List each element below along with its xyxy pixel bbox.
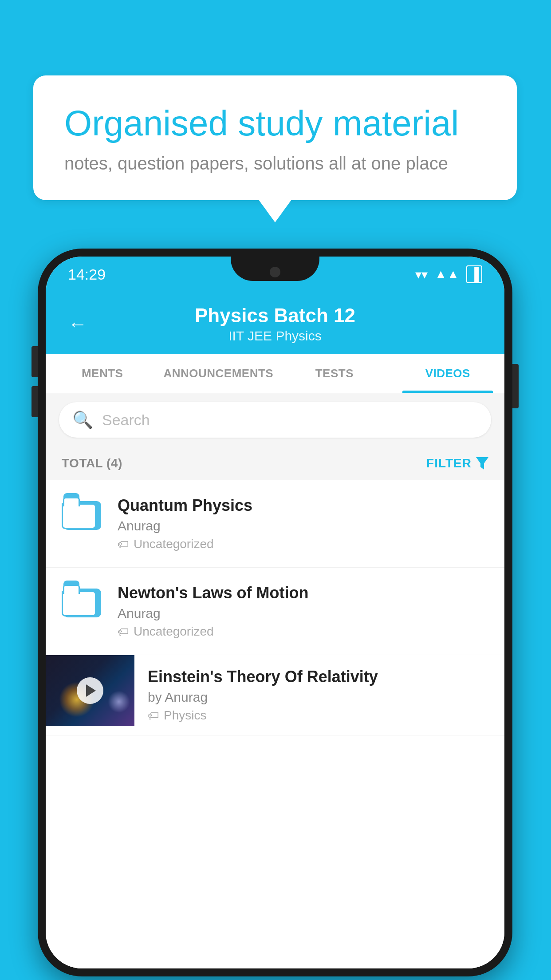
filter-button[interactable]: FILTER [426,456,488,470]
play-button[interactable] [77,677,103,704]
bubble-subtitle: notes, question papers, solutions all at… [64,154,486,174]
folder-icon-newton [62,585,102,625]
svg-marker-0 [476,457,488,470]
item-tag: 🏷 Uncategorized [118,624,488,639]
status-time: 14:29 [68,266,106,283]
filter-row: TOTAL (4) FILTER [46,447,504,480]
power-button [512,364,519,408]
battery-icon: ▐ [466,265,482,283]
volume-down-button [31,386,38,417]
back-button[interactable]: ← [68,313,87,335]
header-title-block: Physics Batch 12 IIT JEE Physics [105,304,445,344]
header-subtitle: IIT JEE Physics [105,328,445,344]
search-icon: 🔍 [72,410,93,430]
tab-videos[interactable]: VIDEOS [391,354,504,393]
list-item[interactable]: Newton's Laws of Motion Anurag 🏷 Uncateg… [46,568,504,655]
item-info-einstein: Einstein's Theory Of Relativity by Anura… [134,655,504,735]
glow-effect-2 [108,691,130,713]
list-item[interactable]: Quantum Physics Anurag 🏷 Uncategorized [46,480,504,568]
item-author: Anurag [118,518,488,533]
signal-icon: ▲▲ [435,267,459,281]
item-title: Quantum Physics [118,496,488,515]
item-tag: 🏷 Physics [148,708,491,723]
tab-bar: MENTS ANNOUNCEMENTS TESTS VIDEOS [46,354,504,393]
background: Organised study material notes, question… [0,0,551,980]
tag-icon: 🏷 [118,537,129,551]
search-container: 🔍 Search [46,393,504,447]
phone-screen: 14:29 ▾▾ ▲▲ ▐ ← Physics Batch 12 IIT JEE… [46,257,504,968]
search-placeholder: Search [102,411,150,429]
total-count: TOTAL (4) [62,456,122,470]
list-item[interactable]: Einstein's Theory Of Relativity by Anura… [46,655,504,735]
item-info-quantum: Quantum Physics Anurag 🏷 Uncategorized [118,496,488,551]
item-author: Anurag [118,606,488,621]
camera-notch [270,267,280,277]
tab-ments[interactable]: MENTS [46,354,159,393]
tab-tests[interactable]: TESTS [278,354,391,393]
play-triangle-icon [86,684,96,697]
status-bar: 14:29 ▾▾ ▲▲ ▐ [46,257,504,292]
search-bar[interactable]: 🔍 Search [59,402,491,438]
item-title: Einstein's Theory Of Relativity [148,668,491,686]
tab-announcements[interactable]: ANNOUNCEMENTS [159,354,278,393]
speech-bubble: Organised study material notes, question… [33,75,517,200]
video-list: Quantum Physics Anurag 🏷 Uncategorized [46,480,504,968]
folder-icon-quantum [62,498,102,538]
item-author: by Anurag [148,690,491,705]
tag-icon: 🏷 [148,709,159,723]
video-thumbnail [46,655,134,726]
phone-frame: 14:29 ▾▾ ▲▲ ▐ ← Physics Batch 12 IIT JEE… [38,249,512,976]
wifi-icon: ▾▾ [415,267,428,282]
tag-icon: 🏷 [118,625,129,639]
item-tag: 🏷 Uncategorized [118,537,488,551]
volume-up-button [31,346,38,377]
item-title: Newton's Laws of Motion [118,584,488,602]
item-info-newton: Newton's Laws of Motion Anurag 🏷 Uncateg… [118,584,488,639]
bubble-title: Organised study material [64,102,486,145]
status-icons: ▾▾ ▲▲ ▐ [415,265,482,283]
notch [231,257,319,281]
header-title: Physics Batch 12 [105,304,445,327]
app-header: ← Physics Batch 12 IIT JEE Physics [46,292,504,354]
filter-icon [476,457,488,470]
